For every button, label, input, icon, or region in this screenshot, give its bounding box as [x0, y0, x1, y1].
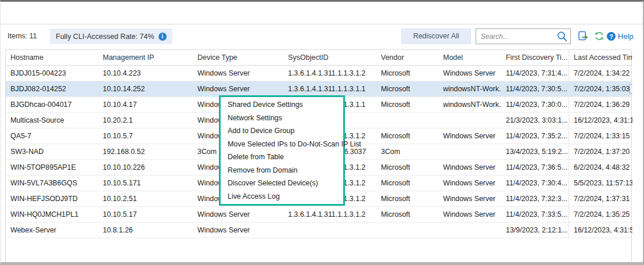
table-cell: Windows Server	[193, 66, 283, 81]
info-icon[interactable]: i	[159, 33, 167, 41]
table-cell: WIN-HEFJSODJ9TD	[6, 191, 98, 206]
table-cell	[376, 113, 438, 128]
column-header-last-accessed-time[interactable]: Last Accessed Time	[569, 50, 632, 65]
table-cell: 6/2/2024, 4:48:32 ...	[569, 160, 632, 175]
table-cell	[376, 223, 438, 238]
table-cell: 10.10.5.7	[98, 128, 193, 144]
table-cell: WIN-5TOP895AP1E	[6, 160, 98, 175]
device-manager-window: Items: 11 Fully CLI-Accessed Rate: 74% i…	[0, 0, 644, 265]
menu-item-add-to-device-group[interactable]: Add to Device Group	[221, 124, 343, 138]
table-cell: 16/12/2023, 4:31:5...	[569, 223, 632, 238]
search-icon[interactable]	[556, 30, 569, 43]
table-cell: 3Com	[376, 144, 438, 159]
context-menu: Shared Device SettingsNetwork SettingsAd…	[219, 95, 345, 206]
table-cell: 11/4/2023, 7:30:0...	[501, 97, 569, 112]
table-row[interactable]: WIN-HQ0JMCH1PL110.10.5.17Windows Server1…	[6, 207, 631, 223]
column-header-first-discovery-ti[interactable]: First Discovery Ti...	[501, 50, 569, 65]
table-row[interactable]: BJDJ082-01425210.10.14.252Windows Server…	[6, 81, 631, 97]
table-cell: 11/4/2023, 7:30:4...	[501, 176, 569, 191]
table-cell: Windows Server	[193, 223, 283, 238]
table-cell: 10.20.2.1	[98, 113, 193, 128]
table-cell: Windows Server	[193, 207, 283, 222]
table-cell: WIN-5VL7A3B6GQS	[6, 176, 98, 191]
table-cell: 192.168.0.52	[98, 144, 193, 159]
menu-item-move-selected-ips-to-do-not-scan-ip-list[interactable]: Move Selected IPs to Do-Not-Scan IP List	[221, 138, 343, 151]
cli-accessed-rate-chip: Fully CLI-Accessed Rate: 74% i	[50, 28, 172, 44]
chevron-down-icon[interactable]: ∨	[629, 84, 632, 94]
menu-item-shared-device-settings[interactable]: Shared Device Settings	[221, 98, 343, 112]
table-row[interactable]: Webex-Server10.8.1.26Windows Server13/9/…	[6, 223, 631, 238]
table-cell: 10.10.4.223	[98, 66, 193, 81]
table-cell: Webex-Server	[6, 223, 98, 238]
table-cell: 7/2/2024, 1:37:31 ...	[569, 191, 632, 206]
table-row[interactable]: BJDJ015-00422310.10.4.223Windows Server1…	[6, 66, 631, 81]
toolbar: Items: 11 Fully CLI-Accessed Rate: 74% i…	[1, 24, 643, 48]
table-cell: 7/2/2024, 1:37:20 ...	[569, 144, 632, 159]
column-header-vendor[interactable]: Vendor	[376, 50, 438, 65]
table-cell: 10.10.2.51	[98, 191, 193, 206]
table-cell: Windows Server	[438, 207, 501, 222]
table-cell: WIN-HQ0JMCH1PL1	[6, 207, 98, 222]
table-cell: 16/12/2023, 4:31:1...	[569, 113, 632, 128]
table-cell: Multicast-Source	[6, 113, 98, 128]
menu-item-network-settings[interactable]: Network Settings	[221, 112, 343, 125]
table-cell: 11/4/2023, 7:32:3...	[501, 191, 569, 206]
table-cell: 10.10.5.171	[98, 176, 193, 191]
table-cell: windowsNT-Work...	[438, 97, 501, 112]
table-cell: 7/2/2024, 1:33:15 ...	[569, 128, 632, 144]
table-cell: 10.10.5.17	[98, 207, 193, 222]
table-cell: Windows Server	[438, 176, 501, 191]
column-header-management-ip[interactable]: Management IP	[98, 50, 193, 65]
column-header-device-type[interactable]: Device Type	[193, 50, 283, 65]
table-cell: 11/4/2023, 7:33:5...	[501, 207, 569, 222]
table-cell	[283, 223, 376, 238]
column-header-model[interactable]: Model	[438, 50, 501, 65]
table-cell: windowsNT-Work...	[438, 81, 501, 96]
table-cell: Windows Server	[438, 191, 501, 206]
rediscover-all-button[interactable]: Rediscover All	[401, 28, 471, 44]
menu-item-delete-from-table[interactable]: Delete from Table	[221, 151, 343, 164]
table-cell: Microsoft	[376, 97, 438, 112]
table-cell: 10.10.10.226	[98, 160, 193, 175]
table-cell: SW3-NAD	[6, 144, 98, 159]
refresh-icon[interactable]	[593, 30, 605, 42]
table-cell: BJDJ082-014252	[6, 81, 98, 96]
table-cell: QA5-7	[6, 128, 98, 144]
table-cell: Microsoft	[376, 191, 438, 206]
help-icon[interactable]: ?	[607, 32, 616, 41]
table-cell	[438, 223, 501, 238]
table-cell	[438, 113, 501, 128]
table-cell: Windows Server	[438, 66, 501, 81]
table-cell: 7/2/2024, 1:35:03∨	[569, 81, 632, 96]
table-cell: 7/2/2024, 1:34:22 ...	[569, 66, 632, 81]
export-icon[interactable]	[577, 30, 589, 42]
table-cell: 11/4/2023, 7:35:2...	[501, 128, 569, 144]
search-input[interactable]	[476, 33, 556, 41]
search-box[interactable]	[476, 28, 571, 44]
table-cell: Microsoft	[376, 66, 438, 81]
table-cell: Windows Server	[193, 81, 283, 96]
table-cell: BJDJ015-004223	[6, 66, 98, 81]
table-cell: 10.10.4.17	[98, 97, 193, 112]
table-cell: 7/2/2024, 1:36:29 ...	[569, 97, 632, 112]
table-cell: 10.8.1.26	[98, 223, 193, 238]
table-cell: 10.10.14.252	[98, 81, 193, 96]
table-cell: Microsoft	[376, 81, 438, 96]
menu-item-remove-from-domain[interactable]: Remove from Domain	[221, 164, 343, 177]
table-cell: 13/9/2023, 2:12:1...	[501, 223, 569, 238]
table-cell: 1.3.6.1.4.1.311.1.1.3.1.1	[283, 81, 376, 96]
column-header-hostname[interactable]: Hostname	[6, 50, 98, 65]
column-header-sysobjectid[interactable]: SysObjectID	[283, 50, 376, 65]
table-cell: Microsoft	[376, 176, 438, 191]
table-cell: 13/4/2023, 5:19:2...	[501, 144, 569, 159]
table-header-row: HostnameManagement IPDevice TypeSysObjec…	[6, 49, 631, 66]
table-cell: Windows Server	[438, 160, 501, 175]
menu-item-discover-selected-device-s[interactable]: Discover Selected Device(s)	[221, 177, 343, 190]
table-cell: Microsoft	[376, 207, 438, 222]
table-cell: 11/4/2023, 7:31:4...	[501, 66, 569, 81]
menu-item-live-access-log[interactable]: Live Access Log	[221, 190, 343, 203]
help-label[interactable]: Help	[618, 32, 634, 41]
table-cell: 5/5/2023, 11:57:13...	[569, 176, 632, 191]
items-count-label: Items: 11	[8, 28, 37, 44]
help-link[interactable]: ? Help	[607, 28, 634, 44]
